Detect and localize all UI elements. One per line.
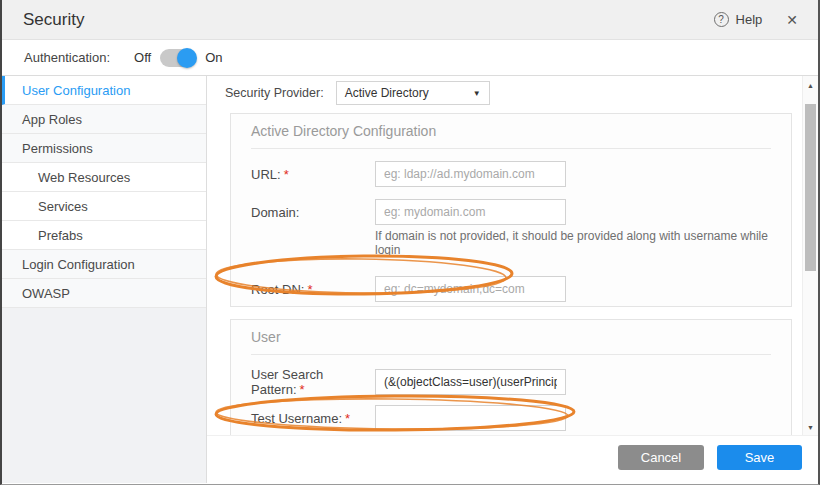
- security-provider-label: Security Provider:: [225, 86, 324, 100]
- security-dialog: Security ? Help ✕ Authentication: Off On…: [0, 0, 820, 485]
- close-icon[interactable]: ✕: [786, 12, 798, 28]
- security-provider-select[interactable]: Active Directory ▼: [336, 81, 490, 105]
- main-area: User Configuration App Roles Permissions…: [2, 76, 818, 483]
- section-title-ad-configuration: Active Directory Configuration: [251, 122, 771, 140]
- scroll-viewport: Security Provider: Active Directory ▼ Ac…: [207, 76, 802, 435]
- required-marker: *: [300, 382, 305, 397]
- sidebar-item-label: Login Configuration: [22, 257, 135, 272]
- titlebar-actions: ? Help ✕: [714, 12, 798, 28]
- scroll-up-icon[interactable]: ▲: [803, 82, 818, 89]
- authentication-toggle[interactable]: [160, 49, 196, 67]
- sidebar-item-label: App Roles: [22, 112, 82, 127]
- page-title: Security: [23, 10, 84, 30]
- footer-bar: Cancel Save: [207, 435, 818, 483]
- footer-buttons: Cancel Save: [618, 445, 802, 470]
- section-divider: [251, 354, 771, 355]
- content-panel: Security Provider: Active Directory ▼ Ac…: [207, 76, 818, 483]
- sidebar-item-label: OWASP: [22, 286, 70, 301]
- cancel-button[interactable]: Cancel: [618, 445, 704, 470]
- root-dn-label: Root DN:*: [251, 282, 375, 297]
- sidebar-item-app-roles[interactable]: App Roles: [2, 105, 206, 134]
- vertical-scrollbar[interactable]: ▲ ▼: [802, 76, 818, 435]
- sidebar-item-label: Web Resources: [38, 170, 130, 185]
- security-provider-value: Active Directory: [345, 86, 429, 100]
- sidebar-item-user-configuration[interactable]: User Configuration: [2, 76, 206, 105]
- user-search-pattern-label: User Search Pattern:*: [251, 367, 375, 397]
- domain-help-text: If domain is not provided, it should be …: [375, 229, 771, 257]
- section-divider: [251, 148, 771, 149]
- scrollbar-thumb[interactable]: [805, 104, 816, 271]
- authentication-bar: Authentication: Off On: [2, 40, 818, 76]
- user-search-pattern-input[interactable]: [375, 369, 566, 395]
- toggle-knob: [177, 48, 197, 68]
- authentication-label: Authentication:: [24, 50, 110, 65]
- root-dn-input[interactable]: [375, 276, 566, 302]
- active-directory-configuration-card: Active Directory Configuration URL:* Dom…: [230, 113, 792, 307]
- test-username-input[interactable]: [375, 405, 566, 431]
- test-username-label: Test Username:*: [251, 411, 375, 426]
- root-dn-field-row: Root DN:*: [251, 276, 771, 302]
- sidebar-item-label: Prefabs: [38, 228, 83, 243]
- chevron-down-icon: ▼: [473, 89, 481, 98]
- security-provider-row: Security Provider: Active Directory ▼: [207, 81, 802, 105]
- url-input[interactable]: [375, 161, 566, 187]
- domain-field-row: Domain:: [251, 199, 771, 225]
- sidebar-item-services[interactable]: Services: [2, 192, 206, 221]
- section-title-user: User: [251, 328, 771, 346]
- toggle-on-label: On: [205, 50, 222, 65]
- required-marker: *: [345, 411, 350, 426]
- sidebar-item-web-resources[interactable]: Web Resources: [2, 163, 206, 192]
- sidebar-item-label: Permissions: [22, 141, 93, 156]
- sidebar-item-prefabs[interactable]: Prefabs: [2, 221, 206, 250]
- required-marker: *: [284, 167, 289, 182]
- url-label: URL:*: [251, 167, 375, 182]
- help-icon[interactable]: ?: [714, 12, 729, 27]
- url-field-row: URL:*: [251, 161, 771, 187]
- titlebar: Security ? Help ✕: [2, 0, 818, 40]
- toggle-off-label: Off: [134, 50, 151, 65]
- sidebar-item-label: Services: [38, 199, 88, 214]
- user-card: User User Search Pattern:* Test Username…: [230, 319, 792, 435]
- sidebar-item-login-configuration[interactable]: Login Configuration: [2, 250, 206, 279]
- sidebar-item-permissions[interactable]: Permissions: [2, 134, 206, 163]
- help-link[interactable]: Help: [736, 12, 763, 27]
- domain-input[interactable]: [375, 199, 566, 225]
- sidebar-item-owasp[interactable]: OWASP: [2, 279, 206, 308]
- scroll-down-icon[interactable]: ▼: [803, 424, 818, 431]
- sidebar-item-label: User Configuration: [22, 83, 130, 98]
- required-marker: *: [307, 282, 312, 297]
- test-username-row: Test Username:*: [251, 405, 771, 431]
- user-search-pattern-row: User Search Pattern:*: [251, 367, 771, 397]
- save-button[interactable]: Save: [717, 445, 802, 470]
- sidebar: User Configuration App Roles Permissions…: [2, 76, 207, 483]
- domain-label: Domain:: [251, 205, 375, 220]
